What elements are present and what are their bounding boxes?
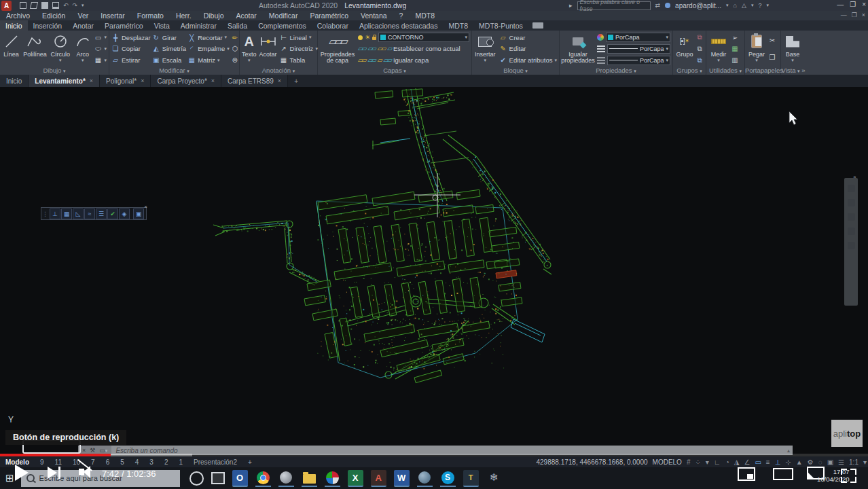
isodraft-icon[interactable]: ◮: [734, 458, 740, 466]
layout-tab-2[interactable]: 2: [159, 458, 174, 466]
theater-mode-button[interactable]: [773, 468, 793, 480]
nav-orbit-icon[interactable]: [848, 228, 855, 235]
insertar-button[interactable]: Insertar ▾: [474, 32, 496, 66]
igualar-propiedades-button[interactable]: Igualar propiedades: [562, 32, 594, 66]
taskbar-autocad-icon[interactable]: A: [371, 470, 386, 487]
directriz-button[interactable]: ↗Directriz▾: [280, 43, 318, 54]
doc-minimize-button[interactable]: —: [841, 12, 847, 18]
layer-lock-icon[interactable]: ▱: [387, 45, 391, 52]
fullscreen-button[interactable]: [841, 469, 847, 475]
polar-icon[interactable]: ◔: [725, 458, 729, 466]
taskbar-mdt-icon[interactable]: [325, 470, 340, 487]
plot-icon[interactable]: [52, 2, 59, 9]
file-tab--[interactable]: +: [288, 75, 304, 87]
user-dropdown-icon[interactable]: ▾: [726, 3, 729, 8]
app-store-icon[interactable]: ⌂: [734, 2, 737, 9]
toolbar-grip[interactable]: ⋮: [42, 211, 48, 217]
qat-dropdown-icon[interactable]: ▾: [82, 3, 84, 8]
help-icon[interactable]: ?: [758, 2, 761, 9]
girar-button[interactable]: ↻Girar: [152, 33, 186, 43]
command-cancel-icon[interactable]: ×: [82, 447, 86, 454]
layer-freeze-icon[interactable]: ▱▱: [358, 45, 365, 52]
lineweight-icon[interactable]: ≡: [766, 458, 770, 466]
panel-label-bloque[interactable]: Bloque ▾: [472, 66, 559, 75]
alerts-dropdown-icon[interactable]: ▾: [751, 3, 754, 8]
taskbar-outlook-icon[interactable]: O: [232, 470, 248, 487]
menu-mdt8[interactable]: MDT8: [409, 12, 441, 20]
layer-unisolate-icon[interactable]: ▱▱: [358, 56, 365, 64]
mdt-tool-4-icon[interactable]: ≈: [84, 209, 95, 219]
panel-label-utilidades[interactable]: Utilidades ▾: [706, 66, 744, 75]
circulo-button[interactable]: Círculo ▾: [50, 32, 71, 66]
texto-button[interactable]: A Texto ▾: [242, 32, 257, 66]
taskbar-excel-icon[interactable]: X: [348, 470, 363, 487]
calculator-icon[interactable]: ▥: [731, 56, 739, 65]
crear-bloque-button[interactable]: ▱Crear: [499, 33, 557, 43]
layer-on-icon[interactable]: [358, 35, 363, 40]
layout-tab-6[interactable]: 6: [101, 458, 115, 466]
object-color-combo[interactable]: PorCapa▾: [606, 33, 670, 42]
menu-insertar[interactable]: Insertar: [94, 12, 131, 20]
ribbon-tab-mdt8-puntos[interactable]: MDT8-Puntos: [473, 20, 528, 31]
desplazar-button[interactable]: ╋Desplazar: [111, 33, 151, 43]
taskbar-chrome-icon[interactable]: [255, 470, 271, 487]
taskbar-snowflake-icon[interactable]: ❄: [486, 470, 502, 487]
ribbon-tab-salida[interactable]: Salida: [222, 20, 253, 31]
layer-thaw-icon[interactable]: ☀: [365, 35, 370, 40]
layout-tab-5[interactable]: 5: [115, 458, 130, 466]
dynamic-ucs-icon[interactable]: ⊥: [775, 458, 781, 466]
undo-icon[interactable]: ↶: [63, 2, 69, 9]
alerts-icon[interactable]: △: [742, 2, 746, 9]
grid-icon[interactable]: #: [687, 458, 691, 466]
hatch-icon[interactable]: ▦: [94, 56, 102, 65]
pegar-button[interactable]: Pegar ▾: [747, 32, 766, 66]
search-arrow-icon[interactable]: ▸: [569, 2, 573, 9]
linea-button[interactable]: Línea: [2, 32, 20, 66]
panel-label-capas[interactable]: Capas ▾: [318, 66, 471, 75]
ortho-icon[interactable]: ∟: [714, 458, 721, 466]
layout-tab-4[interactable]: 4: [130, 458, 145, 466]
osnap-icon[interactable]: ▭: [755, 458, 761, 466]
ribbon-tab-anotar[interactable]: Anotar: [67, 20, 99, 31]
acotar-button[interactable]: Acotar: [259, 32, 277, 66]
copy-clip-icon[interactable]: ❐: [768, 54, 776, 62]
navbar-close-icon[interactable]: ×: [853, 174, 856, 180]
taskbar-skype-icon[interactable]: S: [440, 470, 456, 487]
mdt-tool-1-icon[interactable]: ⊥: [50, 209, 60, 219]
layer-combo[interactable]: CONTORNO ▾: [378, 33, 469, 42]
ribbon-tab-vista[interactable]: Vista: [149, 20, 175, 31]
ribbon-tab-mdt8[interactable]: MDT8: [443, 20, 473, 31]
menu-[interactable]: ?: [393, 12, 410, 20]
group-select-icon[interactable]: ⧉: [695, 56, 704, 65]
layout-tab-9[interactable]: 9: [35, 458, 50, 466]
recortar-button[interactable]: ╳Recortar▾: [187, 33, 230, 43]
erase-icon[interactable]: ✏: [231, 33, 239, 41]
help-dropdown-icon[interactable]: ▾: [766, 3, 769, 8]
taskbar-sphere-icon[interactable]: [278, 470, 294, 487]
taskbar-tcpmdt-icon[interactable]: T: [463, 470, 479, 487]
mdt-tool-8-icon[interactable]: ▣: [133, 209, 144, 219]
panel-label-grupos[interactable]: Grupos ▾: [673, 66, 706, 75]
quick-calc-icon[interactable]: ▦: [731, 45, 739, 53]
file-tab-levantamiento-[interactable]: Levantamiento*×: [29, 75, 100, 87]
toolbar-close-icon[interactable]: ×: [144, 204, 147, 210]
layer-off-icon[interactable]: ▱▱: [367, 45, 375, 52]
sync-icon[interactable]: ⇄: [655, 2, 661, 9]
linetype-combo[interactable]: PorCapa▾: [607, 56, 670, 65]
lineal-button[interactable]: ⊢Lineal▾: [280, 33, 318, 43]
layer-isolate-icon[interactable]: ▱▱: [378, 45, 385, 52]
ribbon-tab-param-trico[interactable]: Paramétrico: [99, 20, 149, 31]
mdt-tool-3-icon[interactable]: ◺: [73, 209, 84, 219]
medir-button[interactable]: Medir ▾: [708, 32, 729, 66]
taskbar-explorer-icon[interactable]: [302, 470, 317, 487]
escala-button[interactable]: ▣Escala: [152, 55, 186, 65]
open-file-icon[interactable]: [30, 2, 38, 9]
file-tab-poligonal-[interactable]: Poligonal*×: [100, 75, 151, 87]
menu-formato[interactable]: Formato: [131, 12, 170, 20]
nav-pan-icon[interactable]: [848, 199, 855, 206]
ellipse-icon[interactable]: ⬭: [94, 45, 102, 53]
annotation-scale-label[interactable]: 1:1: [849, 458, 858, 466]
ribbon-extra-icon[interactable]: [532, 22, 543, 29]
grupo-button[interactable]: [▪]✶ Grupo: [675, 32, 694, 66]
navigation-bar[interactable]: [844, 178, 858, 306]
